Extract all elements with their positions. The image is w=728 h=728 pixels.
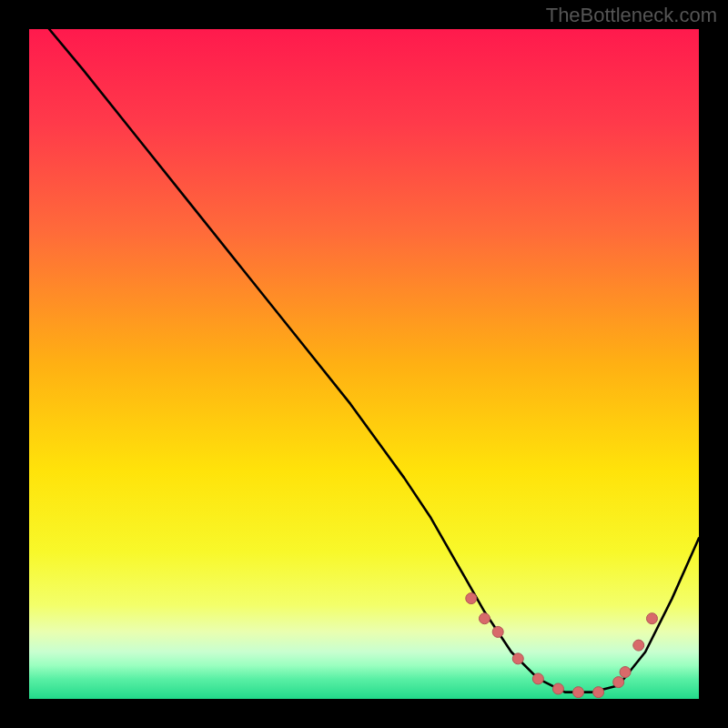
marker-point <box>492 626 503 637</box>
marker-point <box>593 687 604 698</box>
marker-point <box>512 653 523 664</box>
chart-frame: TheBottleneck.com <box>0 0 728 728</box>
watermark-text: TheBottleneck.com <box>546 4 717 27</box>
marker-point <box>613 677 624 688</box>
marker-point <box>620 667 631 678</box>
marker-point <box>573 687 584 698</box>
plot-area <box>29 29 699 699</box>
marker-point <box>479 613 490 624</box>
marker-point <box>633 640 644 651</box>
marker-point <box>552 683 563 694</box>
marker-point <box>466 593 477 604</box>
marker-point <box>646 613 657 624</box>
marker-point <box>532 673 543 684</box>
bottleneck-chart <box>29 29 699 699</box>
